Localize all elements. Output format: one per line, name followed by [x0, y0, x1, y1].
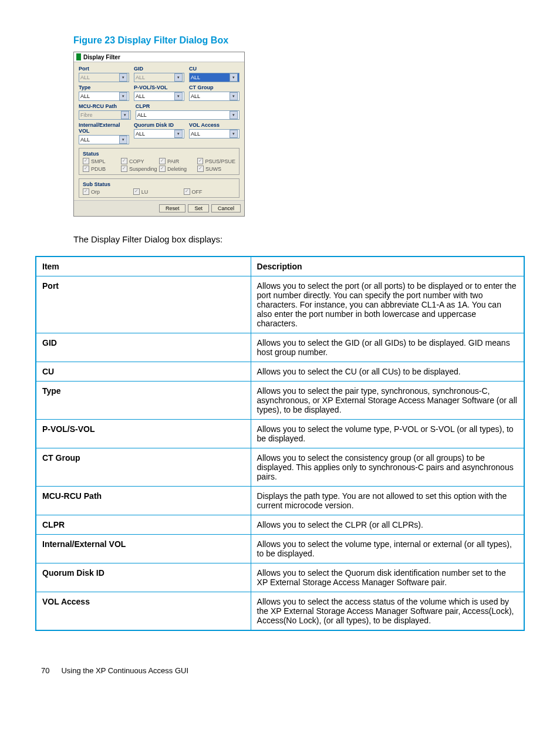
volacc-value: ALL	[191, 131, 200, 137]
desc-cell: Allows you to select the volume type, P-…	[251, 420, 524, 448]
footer-text: Using the XP Continuous Access GUI	[61, 666, 188, 675]
checkbox-label: PDUB	[91, 166, 106, 172]
status-group: Status ✓SMPL✓COPY✓PAIR✓PSUS/PSUE✓PDUB✓Su…	[79, 148, 239, 175]
checkbox-icon: ✓	[159, 158, 166, 164]
clpr-select[interactable]: ALL ▾	[136, 110, 239, 120]
cu-select[interactable]: ALL ▾	[189, 73, 239, 82]
checkbox-label: OFF	[192, 189, 203, 195]
desc-cell: Allows you to select the Quorum disk ide…	[251, 563, 524, 592]
gid-select[interactable]: ALL ▾	[134, 73, 184, 82]
figure-title: Figure 23 Display Filter Dialog Box	[73, 35, 525, 46]
checkbox-icon: ✓	[83, 188, 89, 195]
table-row: Internal/External VOLAllows you to selec…	[36, 535, 524, 563]
checkbox-label: Orp	[91, 189, 100, 195]
chevron-down-icon: ▾	[230, 73, 238, 82]
port-select[interactable]: ALL ▾	[79, 73, 129, 82]
item-cell: GID	[36, 333, 251, 362]
page-footer: 70 Using the XP Continuous Access GUI	[35, 666, 525, 675]
chevron-down-icon: ▾	[174, 130, 183, 138]
cu-value: ALL	[191, 75, 200, 80]
ctgroup-value: ALL	[191, 93, 200, 99]
dialog-title: Display Filter	[83, 54, 120, 60]
table-row: PortAllows you to select the port (or al…	[36, 276, 524, 333]
dialog-screenshot: Display Filter Port ALL ▾ GID ALL ▾	[73, 52, 525, 217]
pvolsvol-select[interactable]: ALL ▾	[134, 92, 184, 101]
table-row: CT GroupAllows you to select the consist…	[36, 448, 524, 487]
status-checkbox[interactable]: ✓COPY	[121, 158, 159, 164]
desc-cell: Allows you to select the pair type, sync…	[251, 382, 524, 420]
item-cell: Quorum Disk ID	[36, 563, 251, 592]
cancel-button[interactable]: Cancel	[211, 204, 241, 212]
item-cell: CLPR	[36, 515, 251, 535]
status-checkbox[interactable]: ✓Deleting	[159, 166, 197, 172]
status-checkbox[interactable]: ✓PAIR	[159, 158, 197, 164]
pvolsvol-label: P-VOL/S-VOL	[134, 85, 184, 90]
mcurcu-value: Fibre	[80, 112, 93, 118]
chevron-down-icon: ▾	[230, 130, 238, 138]
display-filter-dialog: Display Filter Port ALL ▾ GID ALL ▾	[73, 52, 245, 217]
type-select[interactable]: ALL ▾	[79, 92, 129, 101]
item-cell: Internal/External VOL	[36, 535, 251, 563]
table-row: TypeAllows you to select the pair type, …	[36, 382, 524, 420]
checkbox-label: COPY	[129, 158, 144, 164]
item-cell: MCU-RCU Path	[36, 487, 251, 515]
status-checkbox[interactable]: ✓SMPL	[83, 158, 121, 164]
ctgroup-select[interactable]: ALL ▾	[189, 92, 239, 101]
intext-select[interactable]: ALL ▾	[79, 135, 129, 144]
pvolsvol-value: ALL	[136, 93, 145, 99]
checkbox-label: SUWS	[205, 166, 221, 172]
reset-button[interactable]: Reset	[159, 204, 186, 212]
checkbox-icon: ✓	[83, 158, 89, 164]
checkbox-icon: ✓	[184, 188, 190, 195]
cu-label: CU	[189, 66, 239, 72]
status-checkbox[interactable]: ✓Suspending	[121, 166, 159, 172]
mcurcu-select[interactable]: Fibre ▾	[79, 110, 131, 120]
intro-text: The Display Filter Dialog box displays:	[73, 234, 525, 244]
desc-cell: Allows you to select the CU (or all CUs)…	[251, 362, 524, 382]
checkbox-icon: ✓	[121, 158, 127, 164]
status-checkbox[interactable]: ✓SUWS	[197, 166, 235, 172]
table-row: MCU-RCU PathDisplays the path type. You …	[36, 487, 524, 515]
status-checkbox[interactable]: ✓PSUS/PSUE	[197, 158, 235, 164]
intext-label: Internal/External VOL	[79, 122, 129, 134]
chevron-down-icon: ▾	[174, 73, 183, 82]
col-item: Item	[36, 256, 251, 276]
chevron-down-icon: ▾	[121, 111, 129, 119]
quorum-select[interactable]: ALL ▾	[134, 129, 184, 139]
checkbox-label: Suspending	[129, 166, 157, 172]
checkbox-label: Deleting	[167, 166, 187, 172]
clpr-label: CLPR	[136, 103, 239, 109]
chevron-down-icon: ▾	[230, 92, 238, 100]
item-cell: CT Group	[36, 448, 251, 487]
substatus-checkbox[interactable]: ✓Orp	[83, 188, 133, 195]
table-row: P-VOL/S-VOLAllows you to select the volu…	[36, 420, 524, 448]
desc-cell: Allows you to select the consistency gro…	[251, 448, 524, 487]
description-table: Item Description PortAllows you to selec…	[35, 256, 525, 631]
mcurcu-label: MCU-RCU Path	[79, 103, 131, 109]
checkbox-icon: ✓	[159, 166, 166, 172]
set-button[interactable]: Set	[188, 204, 209, 212]
quorum-value: ALL	[136, 131, 145, 137]
desc-cell: Allows you to select the CLPR (or all CL…	[251, 515, 524, 535]
chevron-down-icon: ▾	[119, 92, 127, 100]
checkbox-icon: ✓	[133, 188, 140, 195]
substatus-checkbox[interactable]: ✓OFF	[184, 188, 234, 195]
checkbox-icon: ✓	[197, 158, 203, 164]
type-value: ALL	[80, 93, 90, 99]
port-value: ALL	[80, 75, 90, 80]
volacc-select[interactable]: ALL ▾	[189, 129, 239, 139]
status-checkbox[interactable]: ✓PDUB	[83, 166, 121, 172]
type-label: Type	[79, 85, 129, 90]
desc-cell: Allows you to select the volume type, in…	[251, 535, 524, 563]
port-label: Port	[79, 66, 129, 72]
table-row: VOL AccessAllows you to select the acces…	[36, 592, 524, 631]
desc-cell: Displays the path type. You are not allo…	[251, 487, 524, 515]
chevron-down-icon: ▾	[119, 136, 127, 144]
col-desc: Description	[251, 256, 524, 276]
table-row: CLPRAllows you to select the CLPR (or al…	[36, 515, 524, 535]
checkbox-label: PSUS/PSUE	[205, 158, 235, 164]
table-row: Quorum Disk IDAllows you to select the Q…	[36, 563, 524, 592]
page-number: 70	[41, 666, 49, 675]
substatus-checkbox[interactable]: ✓LU	[133, 188, 184, 195]
checkbox-label: PAIR	[167, 158, 179, 164]
